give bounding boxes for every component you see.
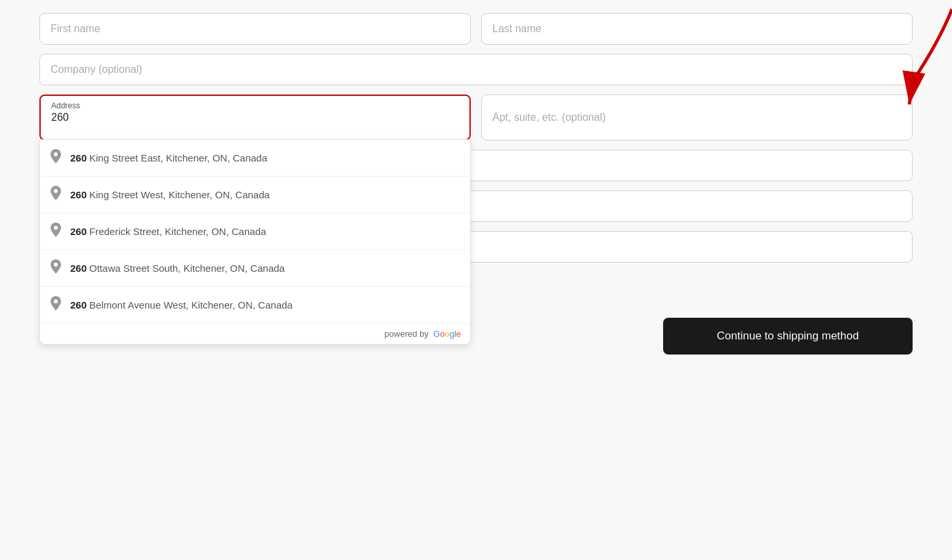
- pin-icon-4: [51, 259, 61, 277]
- first-name-field: [39, 13, 471, 45]
- company-row: [39, 54, 913, 85]
- autocomplete-item-rest-4: Ottawa Street South, Kitchener, ON, Cana…: [89, 263, 285, 274]
- autocomplete-item[interactable]: 260 King Street West, Kitchener, ON, Can…: [40, 177, 470, 213]
- autocomplete-item-bold-5: 260: [70, 299, 87, 311]
- first-name-input[interactable]: [39, 13, 471, 45]
- autocomplete-item-bold-4: 260: [70, 263, 87, 274]
- company-field: [39, 54, 913, 85]
- pin-icon-1: [51, 149, 61, 167]
- pin-icon-5: [51, 296, 61, 314]
- autocomplete-item[interactable]: 260 Ottawa Street South, Kitchener, ON, …: [40, 250, 470, 287]
- last-name-field: [481, 13, 913, 45]
- autocomplete-item[interactable]: 260 Belmont Avenue West, Kitchener, ON, …: [40, 287, 470, 324]
- address-field-wrapper: Address 260 260 King Street East, Kitche…: [39, 95, 471, 140]
- pin-icon-3: [51, 223, 61, 240]
- apt-input[interactable]: [481, 95, 913, 140]
- autocomplete-item-bold-1: 260: [70, 152, 87, 163]
- autocomplete-item-rest-1: King Street East, Kitchener, ON, Canada: [89, 152, 267, 163]
- address-row: Address 260 260 King Street East, Kitche…: [39, 95, 913, 140]
- company-input[interactable]: [39, 54, 913, 85]
- autocomplete-item-rest-5: Belmont Avenue West, Kitchener, ON, Cana…: [89, 299, 293, 311]
- address-input-value[interactable]: 260: [51, 112, 459, 123]
- last-name-input[interactable]: [481, 13, 913, 45]
- autocomplete-item[interactable]: 260 King Street East, Kitchener, ON, Can…: [40, 140, 470, 177]
- address-floating-label: Address: [51, 101, 459, 110]
- autocomplete-item-rest-3: Frederick Street, Kitchener, ON, Canada: [89, 226, 266, 237]
- autocomplete-item-rest-2: King Street West, Kitchener, ON, Canada: [89, 189, 270, 200]
- autocomplete-item[interactable]: 260 Frederick Street, Kitchener, ON, Can…: [40, 213, 470, 250]
- pin-icon-2: [51, 186, 61, 204]
- autocomplete-dropdown: 260 King Street East, Kitchener, ON, Can…: [39, 139, 471, 345]
- autocomplete-item-bold-3: 260: [70, 226, 87, 237]
- address-field-container[interactable]: Address 260: [39, 95, 471, 140]
- checkout-form: Address 260 260 King Street East, Kitche…: [39, 13, 913, 355]
- name-row: [39, 13, 913, 45]
- continue-button[interactable]: Continue to shipping method: [663, 318, 913, 355]
- autocomplete-item-bold-2: 260: [70, 189, 87, 200]
- powered-by-google: powered by Google: [40, 324, 470, 344]
- apt-field-wrapper: [481, 95, 913, 140]
